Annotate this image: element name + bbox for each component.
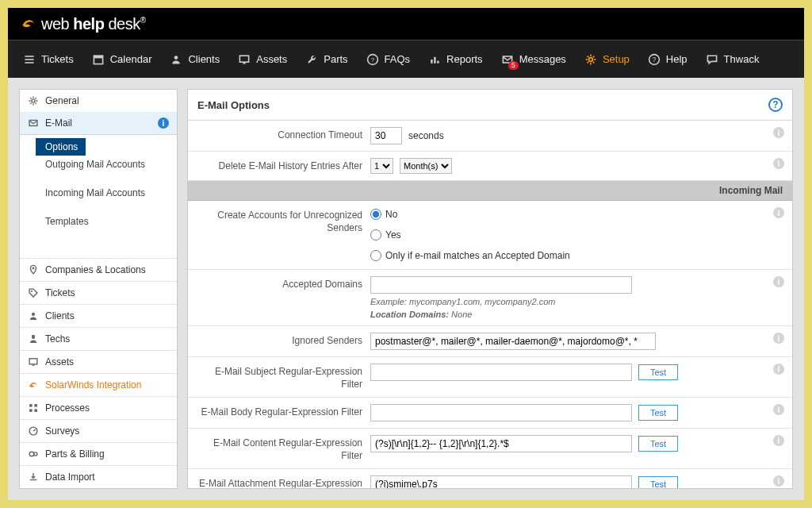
sidebar-general[interactable]: General [20, 90, 177, 112]
svg-rect-23 [29, 359, 37, 364]
user-icon [28, 310, 39, 321]
info-icon[interactable]: i [773, 127, 784, 138]
badge: 5 [508, 61, 519, 70]
info-icon[interactable]: i [773, 404, 784, 415]
ignored-senders-label: Ignored Senders [196, 333, 362, 348]
info-icon[interactable]: i [773, 364, 784, 375]
chat-icon [705, 52, 719, 67]
accepted-domains-hint: Example: mycompany1.com, mycompany2.com [370, 297, 765, 306]
attach-regex-input[interactable] [370, 475, 632, 489]
sidebar-sub-incoming-mail-accounts[interactable]: Incoming Mail Accounts [28, 184, 177, 202]
svg-point-20 [31, 291, 33, 292]
nav-tickets[interactable]: Tickets [14, 48, 82, 71]
nav-label: Calendar [110, 53, 152, 65]
sidebar-e-mail[interactable]: E-Maili [20, 112, 177, 134]
delete-history-unit-select[interactable]: Month(s) [400, 158, 452, 174]
parts-icon [28, 448, 39, 460]
nav-label: Setup [603, 53, 630, 65]
nav-label: Reports [446, 53, 483, 65]
nav-label: Assets [256, 53, 287, 65]
body-regex-input[interactable] [370, 404, 632, 421]
setup-sidebar: GeneralE-Maili OptionsOutgoing Mail Acco… [19, 89, 178, 489]
svg-text:?: ? [370, 56, 374, 64]
info-icon[interactable]: i [773, 276, 784, 287]
body-regex-test-button[interactable]: Test [638, 405, 678, 421]
subject-regex-test-button[interactable]: Test [638, 364, 678, 380]
brand-bar: web help desk® [8, 8, 804, 40]
content-regex-input[interactable] [370, 435, 632, 452]
svg-rect-6 [240, 56, 249, 62]
ignored-senders-input[interactable] [370, 333, 656, 350]
nav-label: Thwack [724, 53, 760, 65]
nav-setup[interactable]: Setup [576, 48, 638, 71]
calendar-icon [91, 52, 105, 67]
sidebar-sub-templates[interactable]: Templates [28, 213, 177, 230]
info-icon[interactable]: i [773, 435, 784, 446]
svg-rect-25 [29, 404, 33, 406]
svg-text:?: ? [652, 56, 656, 64]
nav-parts[interactable]: Parts [297, 48, 355, 71]
sidebar-techs[interactable]: Techs [20, 327, 177, 350]
delete-history-qty-select[interactable]: 1 [370, 158, 393, 174]
wrench-icon [304, 52, 319, 67]
swirl-icon [28, 379, 39, 391]
subject-regex-input[interactable] [370, 364, 632, 381]
sidebar-companies-locations[interactable]: Companies & Locations [20, 258, 177, 281]
brand-title: web help desk® [41, 15, 146, 33]
svg-point-17 [32, 99, 35, 102]
info-icon[interactable]: i [158, 117, 169, 129]
svg-point-19 [33, 267, 35, 270]
sidebar-tickets[interactable]: Tickets [20, 281, 177, 304]
connection-timeout-label: Connection Timeout [196, 127, 362, 142]
attach-regex-test-button[interactable]: Test [638, 476, 678, 489]
sidebar-sub-outgoing-mail-accounts[interactable]: Outgoing Mail Accounts [28, 156, 177, 173]
help-icon: ? [647, 52, 661, 67]
info-icon[interactable]: i [773, 475, 784, 487]
nav-label: Clients [188, 53, 220, 65]
create-accounts-yes-radio[interactable] [370, 229, 381, 241]
svg-rect-1 [25, 59, 33, 60]
nav-label: Parts [324, 53, 347, 65]
nav-faqs[interactable]: ?FAQs [358, 48, 419, 71]
nav-label: Tickets [41, 53, 74, 65]
nav-clients[interactable]: Clients [161, 48, 228, 71]
sidebar-clients[interactable]: Clients [20, 304, 177, 327]
sidebar-parts-billing[interactable]: Parts & Billing [20, 442, 177, 465]
sidebar-assets[interactable]: Assets [20, 350, 177, 373]
sidebar-processes[interactable]: Processes [20, 396, 177, 419]
proc-icon [28, 402, 39, 414]
panel-help-icon[interactable]: ? [768, 98, 783, 112]
info-icon[interactable]: i [773, 207, 784, 218]
attach-regex-label: E-Mail Attachment Regular-Expression Fil… [196, 475, 362, 489]
svg-rect-24 [33, 365, 35, 366]
sidebar-data-import[interactable]: Data Import [20, 465, 177, 488]
nav-reports[interactable]: Reports [419, 48, 491, 71]
nav-assets[interactable]: Assets [229, 48, 295, 71]
incoming-mail-section-header: Incoming Mail [188, 181, 792, 201]
gear-icon [28, 95, 39, 106]
sidebar-surveys[interactable]: Surveys [20, 419, 177, 442]
import-icon [28, 471, 39, 483]
sidebar-sub-options[interactable]: Options [36, 138, 86, 156]
survey-icon [28, 425, 39, 437]
accepted-domains-input[interactable] [370, 276, 632, 294]
create-accounts-accepted-radio[interactable] [370, 250, 381, 261]
info-icon[interactable]: i [773, 333, 784, 344]
content-regex-test-button[interactable]: Test [638, 436, 678, 452]
svg-rect-26 [34, 404, 37, 406]
delete-history-label: Delete E-Mail History Entries After [196, 158, 362, 173]
nav-help[interactable]: ?Help [639, 48, 695, 71]
svg-rect-11 [434, 56, 435, 63]
create-accounts-no-radio[interactable] [370, 209, 381, 220]
svg-rect-27 [29, 409, 33, 412]
tag-icon [28, 287, 39, 298]
nav-calendar[interactable]: Calendar [83, 48, 160, 71]
nav-label: Messages [519, 53, 566, 65]
sidebar-solarwinds-integration[interactable]: SolarWinds Integration [20, 373, 177, 396]
nav-messages[interactable]: Messages5 [492, 48, 574, 71]
subject-regex-label: E-Mail Subject Regular-Expression Filter [196, 364, 362, 391]
connection-timeout-input[interactable] [370, 127, 402, 144]
email-options-panel: E-Mail Options ? Connection Timeout seco… [187, 89, 793, 489]
info-icon[interactable]: i [773, 158, 784, 169]
nav-thwack[interactable]: Thwack [697, 48, 768, 71]
